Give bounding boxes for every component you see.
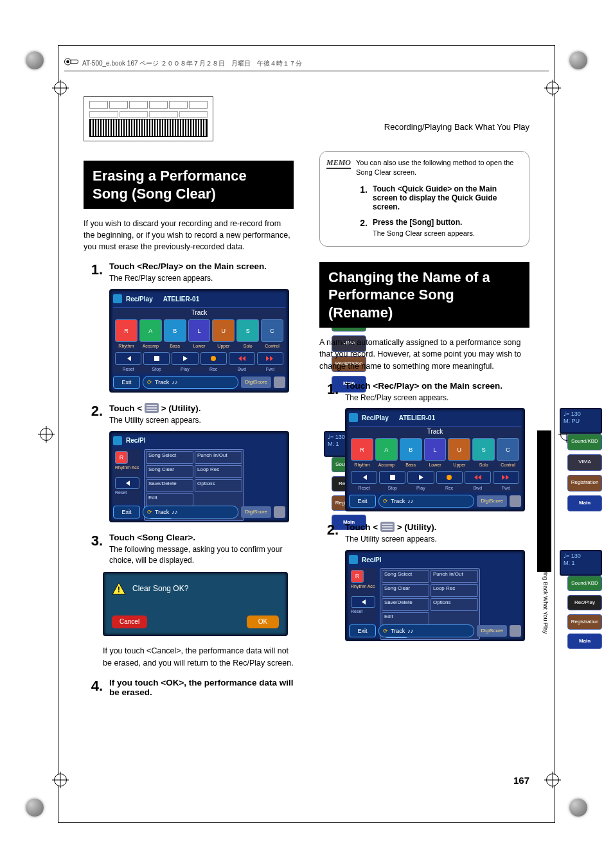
cancel-button[interactable]: Cancel	[112, 616, 147, 628]
crop-mark	[54, 774, 67, 786]
side-vima[interactable]: VIMA	[567, 454, 602, 471]
side-main[interactable]: Main	[567, 495, 602, 512]
transport-label: Stop	[379, 486, 405, 490]
digiscore-button[interactable]: DigiScore	[477, 625, 507, 637]
track-slot-control[interactable]: C	[261, 319, 283, 342]
section-intro: A name is automatically assigned to a pe…	[319, 337, 529, 371]
util-punch[interactable]: Punch In/Out	[431, 570, 478, 583]
util-save[interactable]: Save/Delete	[146, 479, 193, 492]
util-song-select[interactable]: Song Select	[146, 451, 193, 464]
track-slot-accomp[interactable]: A	[375, 438, 398, 461]
side-sound-kbd[interactable]: Sound/KBD	[567, 434, 602, 450]
reset-button[interactable]	[351, 596, 375, 608]
reset-button[interactable]	[115, 352, 141, 365]
memo-step-num: 1.	[356, 184, 368, 211]
track-pill[interactable]: ⟳ Track ♪♪	[378, 495, 474, 508]
track-slot-control[interactable]: C	[497, 438, 519, 461]
confirm-question: Clear Song OK?	[132, 584, 188, 593]
util-song-select[interactable]: Song Select	[382, 570, 429, 583]
bwd-button[interactable]	[229, 352, 255, 365]
step-head-text: > (Utility).	[161, 403, 201, 413]
utility-icon-button[interactable]	[510, 495, 521, 507]
track-slot-accomp[interactable]: A	[139, 319, 162, 342]
slot-label-text: Rhythm	[115, 465, 130, 470]
exit-button[interactable]: Exit	[113, 506, 140, 518]
slot-label: Rhythm	[351, 463, 373, 467]
bwd-button[interactable]	[465, 471, 491, 484]
util-save[interactable]: Save/Delete	[382, 598, 429, 611]
track-slot-upper[interactable]: U	[448, 438, 470, 461]
rec-button[interactable]	[436, 471, 463, 484]
loop-icon: ⟳	[383, 498, 388, 504]
step-2: 2. Touch < > (Utility). The Utility scre…	[84, 403, 294, 426]
track-slot-rhythm[interactable]: R	[351, 570, 364, 583]
side-main[interactable]: Main	[567, 633, 602, 649]
side-registration[interactable]: Registration	[567, 475, 602, 492]
exit-button[interactable]: Exit	[349, 624, 376, 637]
track-slot-lower[interactable]: L	[424, 438, 447, 461]
fwd-button[interactable]	[493, 471, 519, 484]
recplay-screen: Rec/Play ATELIER-01 Track R A B L U S C	[345, 408, 564, 511]
slot-label: Solo	[472, 463, 495, 467]
digiscore-button[interactable]: DigiScore	[241, 376, 271, 388]
note-icon	[113, 294, 122, 303]
transport-label-text: Reset	[351, 609, 362, 614]
step-head-text: Touch <	[345, 522, 380, 532]
digiscore-button[interactable]: DigiScore	[477, 495, 507, 507]
slot-label: Control	[261, 344, 283, 348]
play-button[interactable]	[407, 471, 434, 484]
notes-icon: ♪♪	[407, 628, 413, 634]
page-number: 167	[513, 775, 529, 786]
play-button[interactable]	[172, 352, 198, 365]
transport-label: Reset	[115, 367, 141, 371]
rec-button[interactable]	[200, 352, 227, 365]
digiscore-button[interactable]: DigiScore	[241, 506, 271, 518]
side-recplay[interactable]: Rec/Play	[567, 595, 602, 610]
util-loop[interactable]: Loop Rec	[431, 584, 478, 597]
reset-button[interactable]	[351, 471, 377, 484]
slot-label: Rhythm Acc	[115, 465, 139, 470]
side-registration[interactable]: Registration	[567, 614, 602, 630]
crop-mark	[40, 428, 53, 441]
fwd-button[interactable]	[257, 352, 283, 365]
track-slot-bass[interactable]: B	[164, 319, 186, 342]
track-pill[interactable]: ⟳ Track ♪♪	[143, 506, 238, 518]
track-slot-bass[interactable]: B	[400, 438, 422, 461]
util-loop[interactable]: Loop Rec	[195, 465, 242, 478]
util-song-clear[interactable]: Song Clear	[382, 584, 429, 597]
step-sub: The Rec/Play screen appears.	[345, 393, 529, 403]
utility-icon-button[interactable]	[274, 506, 285, 518]
util-song-clear[interactable]: Song Clear	[146, 465, 193, 478]
track-slot-solo[interactable]: S	[472, 438, 495, 461]
util-options[interactable]: Options	[195, 479, 242, 492]
track-slot-lower[interactable]: L	[188, 319, 211, 342]
stop-button[interactable]	[143, 352, 170, 365]
track-slot-rhythm[interactable]: R	[115, 319, 138, 342]
exit-button[interactable]: Exit	[113, 376, 140, 389]
exit-button[interactable]: Exit	[349, 495, 376, 508]
util-punch[interactable]: Punch In/Out	[195, 451, 242, 464]
step-head-text: > (Utility).	[397, 522, 437, 532]
track-slot-solo[interactable]: S	[236, 319, 259, 342]
transport-label: Reset	[351, 486, 377, 490]
track-slot-labels: Rhythm Accomp Bass Lower Upper Solo Cont…	[349, 463, 521, 469]
print-corner-dot	[569, 799, 587, 817]
memo-box: MEMO You can also use the following meth…	[319, 151, 529, 247]
notes-icon: ♪♪	[172, 509, 177, 515]
stop-button[interactable]	[379, 471, 405, 484]
track-pill[interactable]: ⟳ Track ♪♪	[378, 624, 474, 637]
reset-button[interactable]	[115, 477, 139, 489]
utility-icon-button[interactable]	[510, 625, 521, 637]
track-slot-rhythm[interactable]: R	[351, 438, 373, 461]
util-options[interactable]: Options	[431, 598, 478, 611]
side-sound-kbd[interactable]: Sound/KBD	[567, 576, 602, 591]
track-slot-upper[interactable]: U	[212, 319, 235, 342]
track-pill[interactable]: ⟳ Track ♪♪	[143, 376, 238, 389]
memo-step-head: Touch <Quick Guide> on the Main screen t…	[373, 184, 521, 211]
track-slot-rhythm[interactable]: R	[115, 451, 128, 464]
step-sub: The following message, asking you to con…	[109, 544, 294, 566]
transport-row	[113, 350, 285, 367]
step-number: 1.	[319, 381, 339, 403]
ok-button[interactable]: OK	[247, 616, 279, 628]
utility-icon-button[interactable]	[274, 376, 285, 388]
